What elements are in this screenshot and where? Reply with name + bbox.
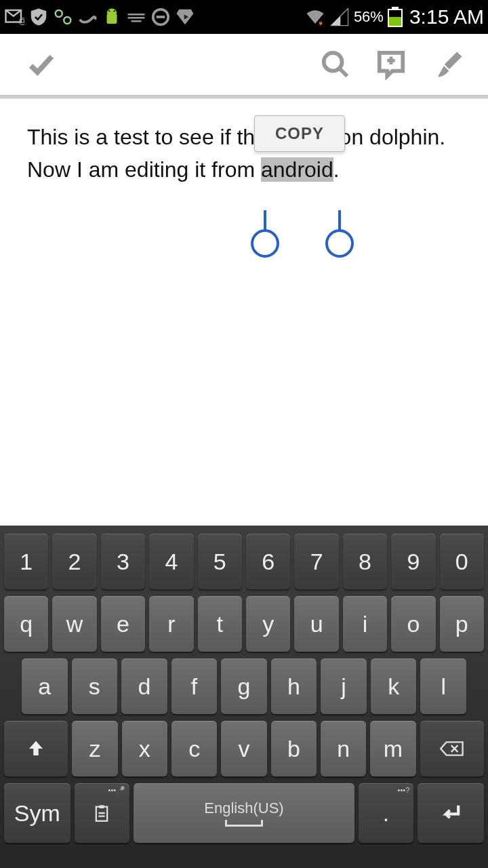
key-e[interactable]: e: [101, 596, 145, 652]
key-row-numbers: 1234567890: [4, 534, 484, 589]
sync-icon: [53, 7, 73, 27]
key-row-zxcv: zxcvbnm: [4, 721, 484, 776]
key-9[interactable]: 9: [391, 534, 435, 589]
svg-rect-13: [100, 805, 104, 808]
note-editor-body[interactable]: This is a test to see if this works on d…: [0, 99, 488, 208]
key-r[interactable]: r: [149, 596, 193, 652]
keyboard-input-icon: [126, 7, 146, 27]
space-key[interactable]: English(US): [134, 783, 354, 843]
email-icon: @: [4, 7, 24, 27]
key-f[interactable]: f: [171, 658, 218, 714]
wifi-icon: [305, 7, 325, 27]
key-u[interactable]: u: [294, 596, 338, 652]
period-key[interactable]: •••? .: [359, 783, 413, 843]
svg-rect-3: [107, 14, 117, 24]
key-b[interactable]: b: [271, 721, 317, 776]
key-g[interactable]: g: [221, 658, 267, 714]
battery-percent: 56%: [354, 8, 384, 26]
add-comment-icon[interactable]: [375, 49, 407, 80]
key-j[interactable]: j: [321, 658, 367, 714]
key-p[interactable]: p: [440, 596, 484, 652]
svg-rect-7: [128, 17, 145, 19]
key-0[interactable]: 0: [440, 534, 484, 589]
key-h[interactable]: h: [271, 658, 317, 714]
battery-icon: [388, 7, 403, 27]
key-w[interactable]: w: [52, 596, 96, 652]
symbols-key[interactable]: Sym: [4, 783, 70, 843]
key-8[interactable]: 8: [343, 534, 387, 589]
key-6[interactable]: 6: [246, 534, 290, 589]
done-check-icon[interactable]: [26, 49, 57, 80]
key-row-asdf: asdfghjkl: [4, 658, 484, 714]
signal-icon: [329, 7, 350, 27]
soft-keyboard: 1234567890 qwertyuiop asdfghjkl zxcvbnm …: [0, 526, 488, 868]
key-7[interactable]: 7: [294, 534, 338, 589]
note-line-1[interactable]: This is a test to see if this works on d…: [27, 121, 461, 153]
backspace-key[interactable]: [420, 721, 484, 776]
android-robot-icon: [102, 7, 122, 27]
svg-rect-6: [128, 14, 145, 16]
shift-key[interactable]: [4, 721, 68, 776]
key-a[interactable]: a: [22, 658, 68, 714]
search-icon[interactable]: [320, 49, 351, 80]
key-1[interactable]: 1: [4, 534, 48, 589]
key-d[interactable]: d: [121, 658, 167, 714]
svg-point-1: [56, 10, 62, 17]
selection-handle-start[interactable]: [251, 210, 279, 258]
play-store-icon: [175, 7, 195, 27]
format-brush-icon[interactable]: [431, 49, 462, 80]
svg-rect-8: [131, 20, 142, 22]
svg-point-2: [64, 17, 70, 24]
selection-handle-end[interactable]: [325, 210, 354, 258]
editor-toolbar: [0, 34, 488, 95]
clipboard-key[interactable]: •••🎤: [75, 783, 129, 843]
key-i[interactable]: i: [343, 596, 387, 652]
key-2[interactable]: 2: [52, 534, 96, 589]
status-clock: 3:15 AM: [409, 5, 484, 28]
key-y[interactable]: y: [246, 596, 290, 652]
key-q[interactable]: q: [4, 596, 48, 652]
key-4[interactable]: 4: [149, 534, 193, 589]
copy-context-menu[interactable]: COPY: [254, 115, 345, 152]
do-not-disturb-icon: [150, 7, 171, 27]
svg-point-11: [324, 53, 342, 71]
key-v[interactable]: v: [221, 721, 266, 776]
steam-icon: [77, 7, 98, 27]
svg-rect-10: [157, 16, 165, 18]
key-m[interactable]: m: [370, 721, 415, 776]
key-k[interactable]: k: [371, 658, 417, 714]
key-l[interactable]: l: [420, 658, 466, 714]
key-s[interactable]: s: [72, 658, 118, 714]
key-o[interactable]: o: [391, 596, 435, 652]
key-n[interactable]: n: [321, 721, 366, 776]
key-c[interactable]: c: [171, 721, 217, 776]
enter-key[interactable]: [418, 783, 484, 843]
key-t[interactable]: t: [198, 596, 242, 652]
svg-point-5: [114, 10, 116, 12]
key-z[interactable]: z: [72, 721, 117, 776]
svg-text:@: @: [18, 16, 24, 26]
svg-point-4: [108, 10, 110, 12]
key-5[interactable]: 5: [198, 534, 242, 589]
key-x[interactable]: x: [122, 721, 167, 776]
shield-check-icon: [28, 7, 49, 27]
key-3[interactable]: 3: [101, 534, 145, 589]
key-row-bottom: Sym •••🎤 English(US) •••? .: [4, 783, 484, 843]
selected-text[interactable]: android: [261, 157, 333, 182]
android-status-bar: @ 56% 3:15 AM: [0, 0, 488, 34]
key-row-qwerty: qwertyuiop: [4, 596, 484, 652]
note-line-2[interactable]: Now I am editing it from android.: [27, 153, 461, 186]
